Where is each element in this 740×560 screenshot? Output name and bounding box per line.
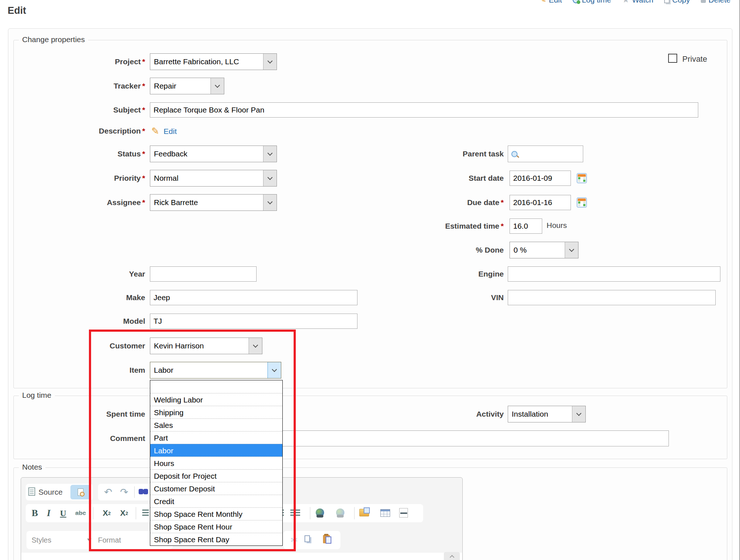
link-icon[interactable] — [316, 508, 324, 517]
tracker-label: Tracker* — [22, 78, 145, 94]
model-label: Model — [22, 314, 145, 329]
insert-table-icon[interactable] — [380, 509, 390, 517]
dropdown-option[interactable]: Shipping — [150, 406, 282, 418]
engine-label: Engine — [380, 266, 504, 282]
chevron-down-icon — [87, 539, 91, 541]
start-date-label: Start date — [380, 171, 504, 186]
notes-legend: Notes — [19, 463, 45, 471]
superscript-button[interactable]: X2 — [116, 504, 132, 522]
dropdown-option[interactable]: Shop Space Rent Day — [150, 533, 282, 545]
strikethrough-button[interactable]: abc — [73, 504, 89, 522]
context-toolbar: ✎ Edit Log time ★ Watch Copy Delete — [539, 0, 731, 5]
subject-label: Subject* — [22, 102, 145, 118]
horizontal-rule-icon[interactable] — [399, 508, 408, 518]
italic-button[interactable]: I — [44, 504, 54, 522]
project-label: Project* — [22, 53, 145, 70]
engine-input[interactable] — [508, 266, 720, 282]
copy-link[interactable]: Copy — [664, 0, 690, 4]
dropdown-option[interactable]: Credit — [150, 495, 282, 507]
make-input[interactable] — [150, 290, 357, 305]
search-icon — [511, 151, 518, 157]
dropdown-option[interactable]: Deposit for Project — [150, 469, 282, 482]
tracker-select[interactable]: Repair — [150, 78, 224, 94]
calendar-icon[interactable] — [577, 197, 587, 208]
styles-combo[interactable]: Styles — [26, 531, 97, 549]
preview-button[interactable] — [70, 485, 91, 499]
find-icon[interactable] — [139, 489, 148, 495]
percent-done-label: % Done — [380, 242, 504, 258]
editor-content-area[interactable] — [21, 553, 462, 560]
clock-plus-icon — [573, 0, 579, 3]
trash-icon — [701, 0, 706, 3]
preview-doc-icon — [78, 489, 83, 496]
comment-label: Comment — [22, 430, 145, 446]
star-icon: ★ — [622, 0, 630, 5]
item-select[interactable]: Labor — [150, 362, 281, 379]
watch-link[interactable]: ★ Watch — [622, 0, 653, 5]
insert-image-icon[interactable] — [359, 509, 369, 516]
calendar-icon[interactable] — [577, 173, 587, 183]
customer-label: Customer — [22, 338, 145, 354]
edit-link[interactable]: ✎ Edit — [539, 0, 562, 5]
percent-done-select[interactable]: 0 % — [510, 242, 578, 258]
private-checkbox[interactable] — [668, 54, 677, 63]
private-label: Private — [682, 54, 707, 64]
item-label: Item — [22, 362, 145, 379]
chevron-down-icon — [565, 242, 578, 258]
chevron-down-icon — [263, 170, 277, 186]
year-input[interactable] — [150, 266, 257, 282]
undo-button[interactable]: ↶ — [102, 484, 115, 500]
dropdown-option[interactable]: Part — [150, 431, 282, 444]
chevron-down-icon — [263, 195, 277, 210]
vin-input[interactable] — [508, 290, 716, 305]
activity-select[interactable]: Installation — [508, 406, 586, 422]
cut-icon[interactable]: ✂ — [287, 531, 302, 549]
parent-task-input[interactable] — [508, 146, 583, 162]
activity-label: Activity — [380, 406, 504, 422]
start-date-input[interactable] — [510, 171, 571, 186]
description-edit-link[interactable]: Edit — [164, 127, 177, 136]
dropdown-option[interactable]: Shop Space Rent Monthly — [150, 507, 282, 520]
copy-icon[interactable] — [304, 535, 310, 542]
pencil-icon: ✎ — [539, 0, 546, 5]
chevron-down-icon — [263, 54, 277, 70]
estimated-time-input[interactable] — [510, 218, 542, 234]
numbered-list-icon[interactable] — [142, 510, 149, 516]
status-select[interactable]: Feedback — [150, 146, 277, 162]
dropdown-option[interactable]: Sales — [150, 418, 282, 431]
estimated-time-label: Estimated time* — [380, 218, 504, 234]
log-time-link[interactable]: Log time — [573, 0, 611, 4]
subscript-button[interactable]: X2 — [99, 504, 115, 522]
dropdown-option[interactable]: Welding Labor — [150, 393, 282, 406]
description-edit[interactable]: ✎ Edit — [151, 126, 177, 137]
underline-button[interactable]: U — [57, 504, 69, 522]
dropdown-option[interactable]: Shop Space Rent Hour — [150, 520, 282, 533]
assignee-select[interactable]: Rick Barrette — [150, 194, 277, 211]
due-date-input[interactable] — [510, 195, 571, 210]
project-select[interactable]: Barrette Fabrication, LLC — [150, 53, 277, 70]
chevron-down-icon — [267, 362, 281, 378]
redo-button[interactable]: ↷ — [118, 484, 131, 500]
pencil-icon: ✎ — [151, 126, 159, 137]
collapse-toolbar-button[interactable] — [444, 552, 460, 560]
subject-input[interactable] — [150, 102, 698, 118]
unlink-icon[interactable] — [336, 508, 344, 517]
due-date-label: Due date* — [380, 195, 504, 210]
priority-select[interactable]: Normal — [150, 170, 277, 187]
copy-icon — [664, 0, 670, 3]
log-time-legend: Log time — [19, 391, 55, 400]
dropdown-option[interactable]: Customer Deposit — [150, 482, 282, 495]
dropdown-option[interactable] — [150, 380, 282, 393]
item-dropdown-list: Welding Labor Shipping Sales Part Labor … — [150, 380, 283, 546]
source-doc-icon — [28, 487, 35, 496]
source-button[interactable]: Source — [38, 484, 63, 500]
indent-icon[interactable] — [290, 510, 300, 516]
dropdown-option-selected[interactable]: Labor — [150, 444, 282, 457]
paste-icon[interactable] — [323, 535, 330, 543]
page-title: Edit — [8, 5, 26, 16]
customer-select[interactable]: Kevin Harrison — [150, 338, 262, 354]
bold-button[interactable]: B — [29, 504, 41, 522]
model-input[interactable] — [150, 314, 357, 329]
delete-link[interactable]: Delete — [701, 0, 731, 4]
dropdown-option[interactable]: Hours — [150, 457, 282, 469]
